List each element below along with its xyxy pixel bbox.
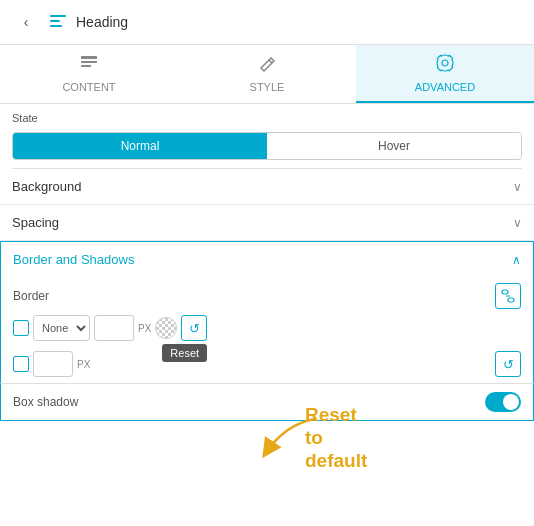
back-button[interactable]: ‹: [12, 8, 40, 36]
border-width-input[interactable]: [94, 315, 134, 341]
svg-rect-4: [81, 61, 97, 63]
svg-rect-5: [81, 65, 91, 67]
box-shadow-row: Box shadow: [0, 383, 534, 421]
main-content: State Normal Hover Background ∨ Spacing …: [0, 104, 534, 421]
radius-reset-button[interactable]: ↺: [495, 351, 521, 377]
box-shadow-toggle[interactable]: [485, 392, 521, 412]
svg-point-6: [442, 60, 448, 66]
border-style-select[interactable]: None: [33, 315, 90, 341]
advanced-icon: [435, 53, 455, 77]
border-shadows-label: Border and Shadows: [13, 252, 134, 267]
tab-advanced[interactable]: ADVANCED: [356, 45, 534, 103]
border-checkbox[interactable]: [13, 320, 29, 336]
svg-rect-1: [50, 20, 60, 22]
accordion-border-shadows[interactable]: Border and Shadows ∧: [0, 241, 534, 277]
tab-advanced-label: ADVANCED: [415, 81, 475, 93]
tab-content[interactable]: CONTENT: [0, 45, 178, 103]
toggle-knob: [503, 394, 519, 410]
page-title: Heading: [76, 14, 128, 30]
chevron-down-icon-2: ∨: [513, 216, 522, 230]
state-hover-button[interactable]: Hover: [267, 133, 521, 159]
accordion-spacing[interactable]: Spacing ∨: [0, 205, 534, 241]
state-normal-button[interactable]: Normal: [13, 133, 267, 159]
border-label: Border: [13, 289, 49, 303]
radius-reset-icon: ↺: [503, 357, 514, 372]
radius-reset-icon-btn[interactable]: ↺: [495, 351, 521, 377]
accordion-background[interactable]: Background ∨: [0, 169, 534, 205]
svg-rect-3: [81, 56, 97, 59]
border-row: Border: [13, 283, 521, 309]
border-controls: None PX ↺ Reset: [13, 315, 521, 341]
spacing-label: Spacing: [12, 215, 59, 230]
reset-tooltip: Reset: [162, 344, 207, 362]
annotation-container: Reset todefault: [255, 414, 335, 467]
tabs-bar: CONTENT STYLE ADVANCED: [0, 45, 534, 104]
border-link-button[interactable]: [495, 283, 521, 309]
tab-content-label: CONTENT: [62, 81, 115, 93]
svg-rect-0: [50, 15, 66, 17]
annotation-arrow: [255, 414, 335, 464]
content-icon: [79, 53, 99, 77]
tab-style[interactable]: STYLE: [178, 45, 356, 103]
chevron-down-icon: ∨: [513, 180, 522, 194]
border-reset-button[interactable]: ↺ Reset: [181, 315, 207, 341]
state-label: State: [0, 104, 534, 128]
back-icon: ‹: [24, 14, 29, 30]
radius-input[interactable]: [33, 351, 73, 377]
radius-row: PX ↺: [0, 347, 534, 383]
border-color-picker[interactable]: [155, 317, 177, 339]
reset-icon: ↺: [189, 321, 200, 336]
radius-px-label: PX: [77, 359, 90, 370]
state-toggle: Normal Hover: [12, 132, 522, 160]
header: ‹ Heading: [0, 0, 534, 45]
box-shadow-label: Box shadow: [13, 395, 78, 409]
radius-checkbox[interactable]: [13, 356, 29, 372]
style-icon: [257, 53, 277, 77]
background-label: Background: [12, 179, 81, 194]
tab-style-label: STYLE: [250, 81, 285, 93]
border-px-label: PX: [138, 323, 151, 334]
heading-icon: [48, 11, 68, 34]
chevron-up-icon: ∧: [512, 253, 521, 267]
border-section: Border None PX ↺ Reset: [0, 277, 534, 347]
svg-rect-2: [50, 25, 62, 27]
